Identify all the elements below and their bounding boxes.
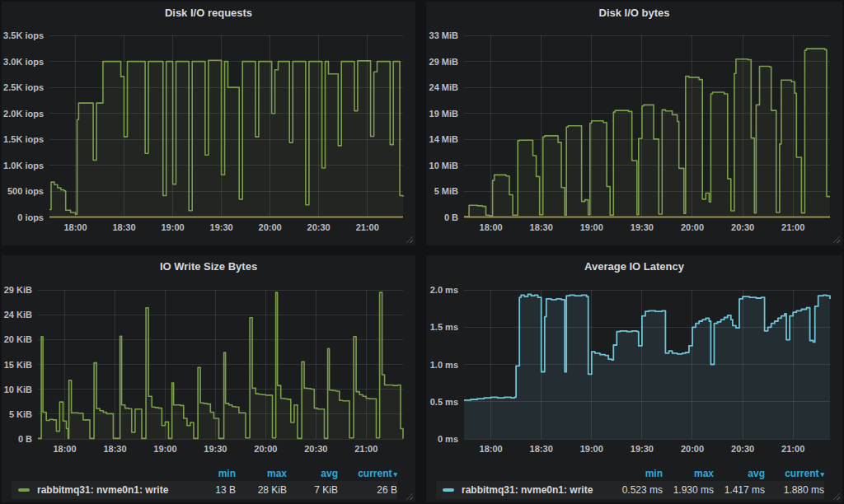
y-axis-tick-label: 24 MiB — [429, 82, 459, 92]
y-axis-tick-label: 15 KiB — [4, 360, 32, 370]
x-axis-tick-label: 19:30 — [204, 444, 227, 454]
y-axis-tick-label: 1.0K iops — [3, 161, 44, 170]
chart-disk-io-bytes[interactable]: 0 B5 MiB10 MiB14 MiB19 MiB24 MiB29 MiB33… — [426, 23, 842, 245]
panel-disk-io-bytes: Disk I/O bytes 0 B5 MiB10 MiB14 MiB19 Mi… — [426, 2, 842, 245]
y-axis-tick-label: 20 KiB — [4, 334, 32, 344]
sort-caret-icon: ▾ — [393, 470, 397, 478]
x-axis-tick-label: 21:00 — [781, 222, 804, 232]
legend-min-value: 13 B — [185, 484, 236, 496]
x-axis-tick-label: 20:00 — [681, 222, 704, 232]
y-axis-tick-label: 3.5K iops — [3, 30, 44, 40]
legend-current-value: 26 B — [338, 484, 397, 496]
series-name[interactable]: rabbitmq31: nvme0n1: write — [462, 484, 593, 496]
x-axis-tick-label: 19:00 — [580, 444, 603, 454]
x-axis-tick-label: 18:30 — [530, 222, 553, 232]
x-axis-tick-label: 20:30 — [307, 222, 331, 232]
panel-title-average-io-latency[interactable]: Average IO Latency — [426, 255, 842, 277]
legend-avg-value: 1.417 ms — [714, 484, 765, 496]
x-axis-tick-label: 19:00 — [161, 222, 184, 232]
legend-header: min max avg current▾ — [12, 466, 397, 481]
x-axis-tick-label: 19:30 — [631, 222, 654, 232]
chart-io-write-size-bytes[interactable]: 0 B5 KiB10 KiB15 KiB20 KiB24 KiB29 KiB18… — [2, 277, 415, 463]
legend: min max avg current▾ rabbitmq31: nvme0n1… — [2, 466, 415, 501]
x-axis-tick-label: 20:30 — [731, 222, 754, 232]
y-axis-tick-label: 0 iops — [17, 212, 44, 222]
panel-average-io-latency: Average IO Latency 0 ms0.5 ms1.0 ms1.5 m… — [426, 255, 842, 502]
x-axis-tick-label: 20:00 — [254, 444, 277, 454]
series-name[interactable]: rabbitmq31: nvme0n1: write — [37, 484, 168, 496]
y-axis-tick-label: 0 B — [18, 434, 32, 444]
y-axis-tick-label: 3.0K iops — [3, 57, 44, 67]
x-axis-tick-label: 20:00 — [259, 222, 282, 232]
series-color-marker — [443, 488, 454, 492]
y-axis-tick-label: 0 ms — [438, 434, 458, 444]
legend-max-value: 28 KiB — [236, 484, 287, 496]
y-axis-tick-label: 0 B — [444, 212, 458, 222]
y-axis-tick-label: 33 MiB — [429, 30, 459, 40]
panel-title-disk-io-bytes[interactable]: Disk I/O bytes — [426, 2, 842, 23]
y-axis-tick-label: 5 KiB — [9, 409, 32, 419]
legend-header: min max avg current▾ — [436, 466, 824, 481]
y-axis-tick-label: 29 KiB — [4, 285, 32, 295]
x-axis-tick-label: 18:00 — [63, 222, 87, 232]
legend-max-value: 1.930 ms — [663, 484, 714, 496]
legend-sort-max[interactable]: max — [663, 468, 714, 479]
x-axis-tick-label: 20:30 — [304, 444, 327, 454]
panel-title-disk-io-requests[interactable]: Disk I/O requests — [2, 2, 415, 23]
x-axis-tick-label: 18:30 — [112, 222, 135, 232]
x-axis-tick-label: 21:00 — [356, 222, 379, 232]
x-axis-tick-label: 20:30 — [731, 444, 754, 454]
sort-caret-icon: ▾ — [820, 470, 824, 478]
y-axis-tick-label: 2.0 ms — [430, 285, 458, 295]
x-axis-tick-label: 19:30 — [631, 444, 654, 454]
legend-sort-max[interactable]: max — [236, 468, 287, 479]
legend-sort-current[interactable]: current▾ — [338, 468, 397, 479]
x-axis-tick-label: 20:00 — [681, 444, 704, 454]
legend-row: rabbitmq31: nvme0n1: write 13 B 28 KiB 7… — [12, 481, 397, 499]
x-axis-tick-label: 18:30 — [103, 444, 126, 454]
x-axis-tick-label: 19:00 — [153, 444, 176, 454]
x-axis-tick-label: 18:00 — [53, 444, 76, 454]
legend: min max avg current▾ rabbitmq31: nvme0n1… — [426, 466, 842, 501]
y-axis-tick-label: 10 MiB — [429, 161, 459, 170]
legend-sort-min[interactable]: min — [185, 468, 236, 479]
panel-title-io-write-size-bytes[interactable]: IO Write Size Bytes — [2, 255, 415, 277]
chart-average-io-latency[interactable]: 0 ms0.5 ms1.0 ms1.5 ms2.0 ms18:0018:3019… — [426, 277, 842, 463]
x-axis-tick-label: 19:30 — [210, 222, 233, 232]
x-axis-tick-label: 21:00 — [781, 444, 804, 454]
panel-disk-io-requests: Disk I/O requests 0 iops500 iops1.0K iop… — [2, 2, 415, 245]
x-axis-tick-label: 21:00 — [354, 444, 377, 454]
x-axis-tick-label: 18:00 — [480, 444, 503, 454]
y-axis-tick-label: 1.0 ms — [430, 360, 458, 370]
series-area-green — [464, 49, 830, 217]
y-axis-tick-label: 14 MiB — [429, 134, 459, 144]
legend-row: rabbitmq31: nvme0n1: write 0.523 ms 1.93… — [436, 481, 824, 499]
legend-min-value: 0.523 ms — [612, 484, 663, 496]
y-axis-tick-label: 29 MiB — [429, 57, 459, 67]
x-axis-tick-label: 19:00 — [580, 222, 603, 232]
y-axis-tick-label: 2.0K iops — [3, 109, 44, 119]
y-axis-tick-label: 1.5 ms — [430, 322, 458, 332]
series-color-marker — [18, 488, 30, 492]
y-axis-tick-label: 1.5K iops — [3, 134, 44, 144]
y-axis-tick-label: 10 KiB — [4, 385, 32, 394]
y-axis-tick-label: 2.5K iops — [3, 82, 44, 92]
x-axis-tick-label: 18:00 — [480, 222, 503, 232]
legend-current-value: 1.880 ms — [765, 484, 824, 496]
x-axis-tick-label: 18:30 — [530, 444, 553, 454]
y-axis-tick-label: 19 MiB — [429, 109, 459, 119]
chart-disk-io-requests[interactable]: 0 iops500 iops1.0K iops1.5K iops2.0K iop… — [2, 23, 415, 245]
panel-io-write-size-bytes: IO Write Size Bytes 0 B5 KiB10 KiB15 KiB… — [2, 255, 415, 502]
y-axis-tick-label: 5 MiB — [434, 186, 458, 196]
legend-sort-current[interactable]: current▾ — [765, 468, 824, 479]
y-axis-tick-label: 24 KiB — [4, 310, 32, 320]
y-axis-tick-label: 0.5 ms — [430, 397, 458, 407]
legend-sort-avg[interactable]: avg — [714, 468, 765, 479]
legend-avg-value: 7 KiB — [287, 484, 338, 496]
legend-sort-avg[interactable]: avg — [287, 468, 338, 479]
legend-sort-min[interactable]: min — [612, 468, 663, 479]
y-axis-tick-label: 500 iops — [7, 186, 44, 196]
